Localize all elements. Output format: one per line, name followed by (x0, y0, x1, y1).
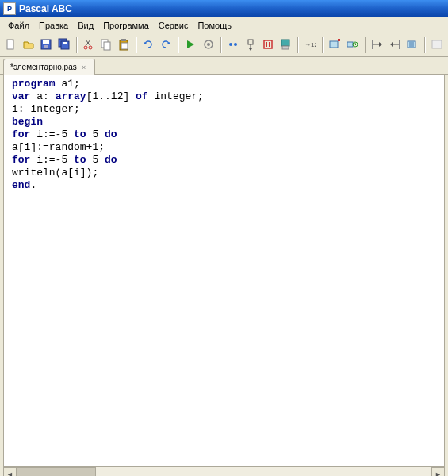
svg-rect-38 (372, 40, 373, 49)
toolbar-separator (365, 37, 366, 53)
scroll-track[interactable] (17, 467, 431, 476)
code-line: for i:=-5 to 5 do (12, 154, 436, 167)
window-title: Pascal ABC (19, 3, 72, 14)
toolbar-separator (322, 37, 323, 53)
forward-icon (346, 38, 358, 52)
trace-into-icon (227, 38, 239, 52)
code-editor[interactable]: program a1;var a: array[1..12] of intege… (3, 75, 445, 466)
save-button[interactable] (38, 36, 54, 54)
svg-rect-7 (63, 42, 67, 44)
copy-icon (100, 38, 113, 52)
forward-button[interactable] (344, 36, 360, 54)
step-button[interactable] (200, 36, 216, 54)
redo-icon (159, 38, 172, 52)
back-icon (328, 38, 341, 52)
code-line: program a1; (12, 78, 436, 90)
toolbar-separator (178, 37, 178, 53)
new-file-icon (5, 38, 17, 52)
menu-file[interactable]: Файл (3, 19, 34, 32)
code-line: writeln(a[i]); (12, 167, 436, 179)
code-line: end. (12, 179, 436, 192)
uncomment-icon (389, 38, 401, 52)
redo-button[interactable] (158, 36, 174, 54)
save-all-button[interactable] (56, 36, 72, 54)
watch-button[interactable] (278, 36, 293, 54)
goto-line-icon: →123 (304, 38, 316, 52)
indent-icon (406, 38, 419, 52)
menu-view[interactable]: Вид (73, 19, 98, 32)
blank-button[interactable] (429, 36, 445, 54)
svg-text:→123: →123 (304, 41, 316, 48)
svg-rect-40 (399, 40, 400, 49)
toolbar-separator (136, 37, 136, 53)
uncomment-button[interactable] (387, 36, 403, 54)
paste-button[interactable] (116, 36, 132, 54)
indent-button[interactable] (404, 36, 420, 54)
stop-button[interactable] (260, 36, 276, 54)
horizontal-scrollbar[interactable]: ◄ ► (3, 466, 445, 476)
scroll-right-button[interactable]: ► (431, 467, 445, 476)
copy-button[interactable] (98, 36, 114, 54)
open-file-button[interactable] (21, 36, 36, 54)
trace-into-button[interactable] (225, 36, 241, 54)
svg-rect-15 (121, 43, 128, 49)
trace-over-button[interactable] (243, 36, 258, 54)
svg-marker-37 (379, 42, 382, 47)
svg-marker-25 (249, 48, 252, 51)
tab-file[interactable]: *элементарно.pas × (3, 59, 95, 75)
svg-point-11 (89, 46, 92, 49)
svg-rect-45 (432, 40, 442, 48)
cut-button[interactable] (81, 36, 97, 54)
svg-point-22 (229, 43, 232, 46)
svg-rect-30 (330, 41, 338, 48)
back-button[interactable] (327, 36, 343, 54)
svg-marker-19 (187, 40, 194, 48)
svg-point-10 (84, 46, 87, 49)
toolbar: →123 (0, 33, 448, 57)
goto-line-button[interactable]: →123 (302, 36, 318, 54)
open-file-icon (22, 38, 35, 52)
code-line: i: integer; (12, 103, 436, 116)
menu-edit[interactable]: Правка (34, 19, 73, 32)
code-line: for i:=-5 to 5 do (12, 129, 436, 141)
svg-marker-39 (390, 42, 393, 47)
comment-button[interactable] (369, 36, 385, 54)
save-icon (40, 38, 52, 52)
svg-rect-13 (104, 42, 110, 50)
svg-rect-27 (281, 40, 289, 46)
scroll-thumb[interactable] (17, 467, 96, 476)
svg-rect-3 (43, 40, 49, 44)
code-line: begin (12, 116, 436, 129)
code-line: a[i]:=random+1; (12, 141, 436, 154)
blank-icon (431, 38, 443, 52)
undo-button[interactable] (140, 36, 156, 54)
scroll-left-button[interactable]: ◄ (3, 467, 17, 476)
svg-rect-24 (248, 40, 253, 44)
svg-rect-16 (121, 39, 126, 41)
toolbar-separator (220, 37, 221, 53)
stop-icon (262, 38, 274, 52)
svg-rect-33 (347, 42, 353, 47)
comment-icon (371, 38, 384, 52)
menu-program[interactable]: Программа (98, 19, 154, 32)
svg-point-21 (207, 43, 210, 46)
svg-rect-28 (282, 46, 289, 49)
toolbar-separator (297, 37, 298, 53)
cut-icon (82, 38, 95, 52)
svg-point-23 (234, 43, 237, 46)
toolbar-separator (76, 37, 77, 53)
close-icon[interactable]: × (80, 63, 88, 71)
code-line: var a: array[1..12] of integer; (12, 90, 436, 103)
run-icon (184, 38, 197, 52)
menu-service[interactable]: Сервис (154, 19, 193, 32)
app-icon: P (3, 2, 16, 15)
run-button[interactable] (182, 36, 198, 54)
tabbar: *элементарно.pas × (0, 57, 448, 75)
new-file-button[interactable] (3, 36, 19, 54)
titlebar: P Pascal ABC (0, 0, 448, 17)
paste-icon (117, 38, 130, 52)
step-icon (202, 38, 215, 52)
svg-line-36 (355, 44, 356, 45)
watch-icon (279, 38, 292, 52)
menu-help[interactable]: Помощь (193, 19, 236, 32)
